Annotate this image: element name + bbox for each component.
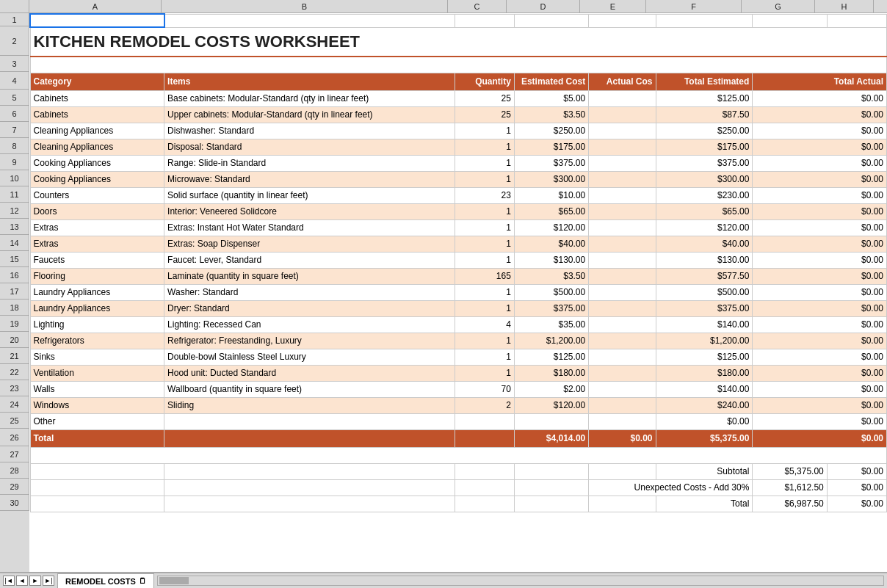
row-8-total-actual[interactable]: $0.00 [753,139,887,155]
row-22-estimated-cost[interactable]: $180.00 [514,365,588,381]
col-header-g[interactable]: G [742,0,815,12]
row-17-actual-cost[interactable] [589,284,656,300]
row-12-total-estimated[interactable]: $65.00 [656,203,753,219]
row-12-total-actual[interactable]: $0.00 [753,203,887,219]
row-22-quantity[interactable]: 1 [455,365,514,381]
row-25-category[interactable]: Other [30,413,164,429]
row-18-estimated-cost[interactable]: $375.00 [514,300,588,316]
row-6-quantity[interactable]: 25 [455,106,514,123]
row-9-category[interactable]: Cooking Appliances [30,155,164,171]
row-18-actual-cost[interactable] [589,300,656,316]
row-13-items[interactable]: Extras: Instant Hot Water Standard [164,219,455,236]
row-23-quantity[interactable]: 70 [455,381,514,397]
row-15-quantity[interactable]: 1 [455,252,514,268]
row-22-total-actual[interactable]: $0.00 [753,365,887,381]
row-19-items[interactable]: Lighting: Recessed Can [164,316,455,333]
scrollbar-thumb[interactable] [159,577,189,584]
row-25-quantity[interactable] [455,413,514,429]
row-20-actual-cost[interactable] [589,333,656,349]
row-5-category[interactable]: Cabinets [30,90,164,106]
row-14-quantity[interactable]: 1 [455,236,514,252]
row-6-total-actual[interactable]: $0.00 [753,106,887,123]
row-11-items[interactable]: Solid surface (quantity in linear feet) [164,187,455,203]
row-24-total-actual[interactable]: $0.00 [753,397,887,413]
row-22-category[interactable]: Ventilation [30,365,164,381]
row-10-total-estimated[interactable]: $300.00 [656,171,753,187]
row-15-category[interactable]: Faucets [30,252,164,268]
row-18-quantity[interactable]: 1 [455,300,514,316]
row-8-items[interactable]: Disposal: Standard [164,139,455,155]
row-10-quantity[interactable]: 1 [455,171,514,187]
row-25-actual-cost[interactable] [589,413,656,429]
row-14-category[interactable]: Extras [30,236,164,252]
row-7-estimated-cost[interactable]: $250.00 [514,123,588,139]
row-15-total-estimated[interactable]: $130.00 [656,252,753,268]
row-11-actual-cost[interactable] [589,187,656,203]
row-23-items[interactable]: Wallboard (quantity in square feet) [164,381,455,397]
row-15-estimated-cost[interactable]: $130.00 [514,252,588,268]
row-24-quantity[interactable]: 2 [455,397,514,413]
row-20-items[interactable]: Refrigerator: Freestanding, Luxury [164,333,455,349]
row-5-actual-cost[interactable] [589,90,656,106]
row-11-total-actual[interactable]: $0.00 [753,187,887,203]
row-9-total-estimated[interactable]: $375.00 [656,155,753,171]
row-12-items[interactable]: Interior: Veneered Solidcore [164,203,455,219]
row-12-estimated-cost[interactable]: $65.00 [514,203,588,219]
row-9-items[interactable]: Range: Slide-in Standard [164,155,455,171]
row-10-total-actual[interactable]: $0.00 [753,171,887,187]
row-20-category[interactable]: Refrigerators [30,333,164,349]
row-14-estimated-cost[interactable]: $40.00 [514,236,588,252]
cell-a1[interactable] [30,14,164,27]
row-10-actual-cost[interactable] [589,171,656,187]
row-24-items[interactable]: Sliding [164,397,455,413]
row-8-quantity[interactable]: 1 [455,139,514,155]
horizontal-scrollbar[interactable] [157,576,884,586]
row-15-items[interactable]: Faucet: Lever, Standard [164,252,455,268]
row-16-category[interactable]: Flooring [30,268,164,284]
row-15-total-actual[interactable]: $0.00 [753,252,887,268]
row-7-total-actual[interactable]: $0.00 [753,123,887,139]
row-19-total-estimated[interactable]: $140.00 [656,316,753,333]
row-22-actual-cost[interactable] [589,365,656,381]
row-20-total-actual[interactable]: $0.00 [753,333,887,349]
row-21-actual-cost[interactable] [589,349,656,365]
row-16-estimated-cost[interactable]: $3.50 [514,268,588,284]
row-21-estimated-cost[interactable]: $125.00 [514,349,588,365]
row-17-items[interactable]: Washer: Standard [164,284,455,300]
col-header-b[interactable]: B [162,0,448,12]
row-14-total-actual[interactable]: $0.00 [753,236,887,252]
row-11-estimated-cost[interactable]: $10.00 [514,187,588,203]
col-header-d[interactable]: D [507,0,580,12]
row-8-total-estimated[interactable]: $175.00 [656,139,753,155]
row-12-actual-cost[interactable] [589,203,656,219]
row-23-total-estimated[interactable]: $140.00 [656,381,753,397]
col-header-e[interactable]: E [580,0,646,12]
row-24-estimated-cost[interactable]: $120.00 [514,397,588,413]
row-19-estimated-cost[interactable]: $35.00 [514,316,588,333]
row-7-items[interactable]: Dishwasher: Standard [164,123,455,139]
row-5-quantity[interactable]: 25 [455,90,514,106]
row-17-estimated-cost[interactable]: $500.00 [514,284,588,300]
row-6-items[interactable]: Upper cabinets: Modular-Standard (qty in… [164,106,455,123]
tab-last-btn[interactable]: ►| [43,576,54,586]
row-6-estimated-cost[interactable]: $3.50 [514,106,588,123]
row-23-total-actual[interactable]: $0.00 [753,381,887,397]
row-24-total-estimated[interactable]: $240.00 [656,397,753,413]
row-16-items[interactable]: Laminate (quantity in square feet) [164,268,455,284]
row-12-quantity[interactable]: 1 [455,203,514,219]
row-21-items[interactable]: Double-bowl Stainless Steel Luxury [164,349,455,365]
row-25-total-estimated[interactable]: $0.00 [656,413,753,429]
row-24-category[interactable]: Windows [30,397,164,413]
row-16-actual-cost[interactable] [589,268,656,284]
row-18-total-actual[interactable]: $0.00 [753,300,887,316]
active-sheet-tab[interactable]: REMODEL COSTS 🗒 [57,573,154,588]
row-16-total-estimated[interactable]: $577.50 [656,268,753,284]
row-9-estimated-cost[interactable]: $375.00 [514,155,588,171]
row-7-quantity[interactable]: 1 [455,123,514,139]
row-17-category[interactable]: Laundry Appliances [30,284,164,300]
row-5-total-estimated[interactable]: $125.00 [656,90,753,106]
row-7-category[interactable]: Cleaning Appliances [30,123,164,139]
row-13-actual-cost[interactable] [589,219,656,236]
row-13-total-actual[interactable]: $0.00 [753,219,887,236]
row-16-quantity[interactable]: 165 [455,268,514,284]
